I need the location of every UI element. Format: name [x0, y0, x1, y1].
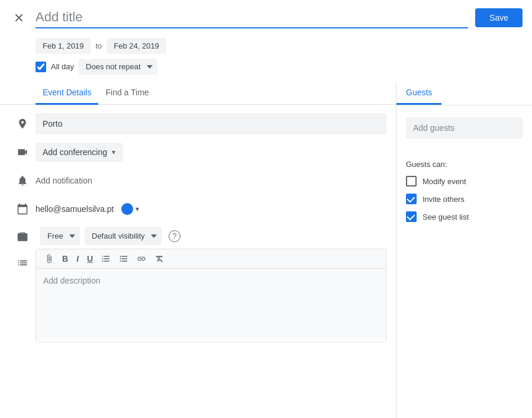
link-icon: [137, 254, 146, 263]
add-conferencing-button[interactable]: Add conferencing ▾: [36, 143, 122, 162]
conferencing-row: Add conferencing ▾: [0, 138, 396, 166]
briefcase-icon: [17, 230, 28, 242]
color-dropdown-icon: ▾: [136, 205, 139, 213]
form-section: Add conferencing ▾ Add notification: [0, 105, 396, 356]
italic-button[interactable]: I: [73, 252, 82, 266]
add-guests-container: [396, 105, 532, 150]
repeat-select[interactable]: Does not repeat: [79, 59, 157, 75]
allday-row: All day Does not repeat: [0, 56, 532, 82]
date-row: Feb 1, 2019 to Feb 24, 2019: [0, 33, 532, 56]
calendar-icon: [17, 203, 28, 215]
description-editor: B I U: [36, 249, 386, 342]
organizer-info: hello@samuelsilva.pt ▾: [36, 201, 141, 217]
end-date-button[interactable]: Feb 24, 2019: [107, 38, 166, 54]
remove-format-icon: [154, 254, 164, 263]
briefcase-icon-container: [9, 230, 36, 242]
main-panel: Event Details Find a Time: [0, 82, 396, 418]
event-create-modal: Save Feb 1, 2019 to Feb 24, 2019 All day…: [0, 0, 532, 418]
guest-permission-see-list: See guest list: [406, 211, 523, 222]
content-area: Event Details Find a Time: [0, 82, 532, 418]
link-button[interactable]: [133, 252, 150, 266]
attach-button[interactable]: [41, 252, 57, 266]
bell-icon: [17, 175, 28, 187]
modify-event-label: Modify event: [423, 177, 466, 186]
notification-row: Add notification: [0, 166, 396, 195]
list-icon: [17, 257, 28, 269]
modal-header: Save: [0, 0, 532, 33]
to-label: to: [95, 41, 102, 50]
video-icon-container: [9, 146, 36, 158]
bold-button[interactable]: B: [59, 252, 72, 266]
video-icon: [17, 146, 28, 158]
guests-title: Guests: [406, 88, 432, 97]
color-circle: [121, 203, 133, 215]
guests-header-row: Guests: [396, 82, 532, 105]
guests-can-section: Guests can: Modify event Invite others S…: [396, 150, 532, 234]
guest-permission-invite: Invite others: [406, 194, 523, 204]
remove-format-button[interactable]: [151, 252, 167, 266]
attach-icon: [44, 254, 54, 263]
color-select-button[interactable]: ▾: [119, 201, 141, 217]
title-input[interactable]: [36, 7, 468, 28]
conferencing-label: Add conferencing: [43, 147, 107, 157]
underline-button[interactable]: U: [83, 252, 96, 266]
description-toolbar: B I U: [36, 249, 386, 269]
guests-header: Guests: [396, 82, 441, 105]
tab-find-a-time[interactable]: Find a Time: [98, 82, 156, 105]
allday-label[interactable]: All day: [51, 62, 74, 71]
unordered-list-icon: [119, 254, 128, 263]
location-icon-container: [9, 118, 36, 130]
bell-icon-container: [9, 175, 36, 187]
organizer-row: hello@samuelsilva.pt ▾: [0, 195, 396, 223]
allday-checkbox[interactable]: [36, 62, 46, 72]
modify-event-checkbox[interactable]: [406, 176, 417, 187]
guests-panel: Guests Guests can: Modify event Invite o…: [396, 82, 532, 418]
add-notification-button[interactable]: Add notification: [36, 176, 92, 185]
tab-event-details[interactable]: Event Details: [36, 82, 98, 105]
guests-can-title: Guests can:: [406, 160, 523, 169]
invite-others-label: Invite others: [423, 195, 465, 204]
tabs-row: Event Details Find a Time: [0, 82, 396, 105]
location-row: [0, 110, 396, 138]
ordered-list-icon: [101, 254, 111, 263]
location-input[interactable]: [36, 113, 386, 134]
guest-permission-modify: Modify event: [406, 176, 523, 187]
location-icon: [17, 118, 28, 130]
save-button[interactable]: Save: [475, 8, 523, 27]
visibility-select[interactable]: Default visibility: [85, 227, 162, 245]
organizer-email: hello@samuelsilva.pt: [36, 204, 114, 214]
unordered-list-button[interactable]: [115, 252, 132, 266]
status-visibility-row: Free Default visibility ?: [0, 223, 396, 249]
close-icon: [14, 12, 24, 23]
invite-others-checkbox[interactable]: [406, 194, 417, 204]
help-icon[interactable]: ?: [169, 230, 180, 242]
description-row: B I U: [0, 249, 396, 352]
description-input[interactable]: [36, 269, 386, 340]
see-guest-list-label: See guest list: [423, 213, 469, 221]
start-date-button[interactable]: Feb 1, 2019: [36, 38, 91, 54]
ordered-list-button[interactable]: [98, 252, 114, 266]
conferencing-dropdown-icon: ▾: [112, 148, 115, 156]
close-button[interactable]: [9, 8, 28, 27]
calendar-icon-container: [9, 203, 36, 215]
list-icon-container: [9, 249, 36, 269]
status-select[interactable]: Free: [40, 227, 80, 245]
see-guest-list-checkbox[interactable]: [406, 211, 417, 222]
add-guests-input[interactable]: [406, 117, 523, 139]
